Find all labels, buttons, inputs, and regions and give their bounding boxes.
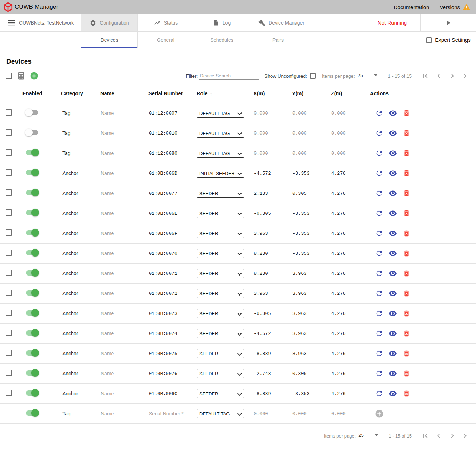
z-input[interactable] [331, 370, 367, 377]
serial-input[interactable] [148, 170, 192, 177]
serial-input[interactable] [148, 310, 192, 317]
x-input[interactable] [253, 230, 289, 237]
name-input[interactable] [100, 130, 143, 137]
x-input[interactable] [253, 270, 289, 277]
role-select[interactable]: SEEDER [197, 189, 244, 198]
subtab-general[interactable]: General [138, 32, 194, 48]
visibility-button[interactable] [389, 249, 397, 258]
items-per-page-select[interactable]: 25 [358, 433, 378, 439]
name-input[interactable] [100, 270, 143, 277]
versions-link[interactable]: Versions [439, 4, 470, 11]
column-header-role[interactable]: Role↑ [197, 91, 253, 97]
serial-input[interactable] [148, 270, 192, 277]
tab-device-manager[interactable]: Device Manager [250, 14, 313, 31]
delete-button[interactable] [402, 289, 411, 298]
calculator-button[interactable] [17, 72, 25, 80]
visibility-button[interactable] [389, 369, 397, 378]
row-checkbox[interactable] [6, 129, 12, 136]
items-per-page-select[interactable]: 25 [358, 73, 377, 79]
delete-button[interactable] [402, 149, 411, 157]
x-input[interactable] [253, 370, 289, 377]
y-input[interactable] [292, 390, 328, 397]
enabled-toggle[interactable] [26, 250, 38, 255]
x-input[interactable] [253, 250, 289, 257]
enabled-toggle[interactable] [26, 170, 38, 175]
delete-button[interactable] [402, 349, 411, 358]
serial-input[interactable] [148, 150, 192, 157]
z-input[interactable] [331, 310, 367, 317]
refresh-button[interactable] [375, 389, 383, 398]
y-input[interactable] [292, 190, 328, 197]
role-select[interactable]: SEEDER [197, 309, 244, 318]
y-input[interactable] [292, 290, 328, 297]
z-input[interactable] [331, 270, 367, 277]
enabled-toggle[interactable] [26, 150, 38, 155]
enabled-toggle[interactable] [26, 370, 38, 376]
enabled-toggle[interactable] [26, 230, 38, 235]
serial-input[interactable] [148, 290, 192, 297]
enabled-toggle[interactable] [26, 110, 38, 115]
serial-input[interactable] [148, 230, 192, 237]
confirm-add-button[interactable] [375, 409, 383, 418]
delete-button[interactable] [402, 249, 411, 258]
role-select[interactable]: SEEDER [197, 349, 244, 358]
start-network-button[interactable] [421, 14, 476, 31]
serial-input[interactable] [148, 370, 192, 377]
name-input[interactable] [100, 390, 143, 397]
network-selector[interactable]: CUWBNets: TestNetwork [0, 14, 81, 31]
role-select[interactable]: DEFAULT TAG [197, 109, 244, 118]
refresh-button[interactable] [375, 129, 383, 137]
x-input[interactable] [253, 310, 289, 317]
next-page-button[interactable] [448, 72, 457, 80]
serial-input[interactable] [148, 190, 192, 197]
first-page-button[interactable] [421, 72, 429, 80]
row-checkbox[interactable] [6, 270, 12, 276]
role-select[interactable]: SEEDER [197, 269, 244, 278]
visibility-button[interactable] [389, 129, 397, 137]
z-input[interactable] [331, 330, 367, 337]
delete-button[interactable] [402, 109, 411, 117]
enabled-toggle[interactable] [26, 190, 38, 195]
serial-input[interactable] [148, 110, 192, 117]
subtab-pairs[interactable]: Pairs [250, 32, 306, 48]
enabled-toggle[interactable] [26, 310, 38, 316]
role-select[interactable]: INITIAL SEEDER [197, 169, 244, 178]
row-checkbox[interactable] [6, 229, 12, 236]
role-select[interactable]: DEFAULT TAG [197, 129, 244, 138]
x-input[interactable] [253, 170, 289, 177]
row-checkbox[interactable] [6, 330, 12, 336]
visibility-button[interactable] [389, 209, 397, 218]
name-input[interactable] [100, 150, 143, 157]
expert-settings-checkbox[interactable] [426, 37, 432, 43]
z-input[interactable] [331, 190, 367, 197]
delete-button[interactable] [402, 169, 411, 177]
refresh-button[interactable] [375, 149, 383, 157]
tab-configuration[interactable]: Configuration [81, 14, 138, 31]
y-input[interactable] [292, 250, 328, 257]
z-input[interactable] [331, 350, 367, 357]
visibility-button[interactable] [389, 229, 397, 238]
refresh-button[interactable] [375, 369, 383, 378]
previous-page-button[interactable] [435, 72, 443, 80]
y-input[interactable] [292, 370, 328, 377]
x-input[interactable] [253, 290, 289, 297]
name-input[interactable] [100, 110, 143, 117]
refresh-button[interactable] [375, 269, 383, 278]
x-input[interactable] [253, 210, 289, 217]
delete-button[interactable] [402, 269, 411, 278]
row-checkbox[interactable] [6, 169, 12, 176]
role-select[interactable]: SEEDER [197, 389, 244, 398]
name-input[interactable] [100, 210, 143, 217]
name-input[interactable] [100, 170, 143, 177]
delete-button[interactable] [402, 329, 411, 338]
z-input[interactable] [331, 250, 367, 257]
visibility-button[interactable] [389, 189, 397, 197]
select-all-checkbox[interactable] [6, 73, 12, 79]
name-input[interactable] [100, 290, 143, 297]
refresh-button[interactable] [375, 109, 383, 117]
show-unconfigured-checkbox[interactable] [310, 73, 316, 79]
visibility-button[interactable] [389, 149, 397, 157]
row-checkbox[interactable] [6, 370, 12, 376]
row-checkbox[interactable] [6, 189, 12, 196]
refresh-button[interactable] [375, 209, 383, 218]
